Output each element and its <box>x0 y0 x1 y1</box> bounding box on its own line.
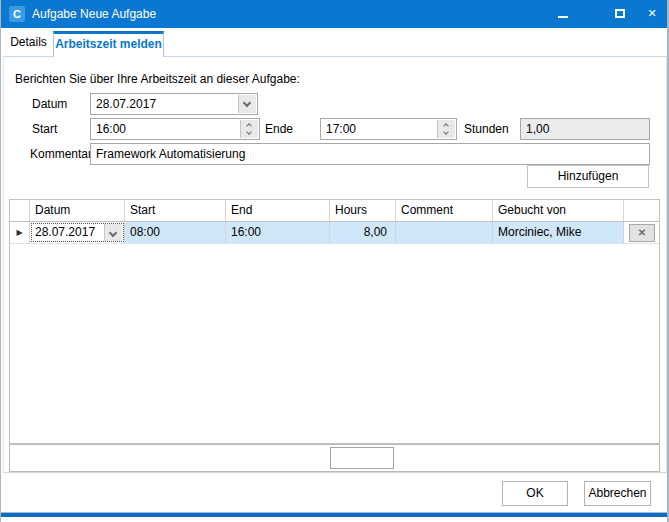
app-icon: C <box>9 6 25 22</box>
datum-label: Datum <box>32 97 67 111</box>
column-header-datum[interactable]: Datum <box>30 200 125 221</box>
window-bottom-border <box>1 513 667 517</box>
spinner-up-icon <box>443 123 449 129</box>
datum-combobox[interactable]: 28.07.2017 <box>90 93 258 115</box>
row-marker-icon: ▶ <box>16 228 22 237</box>
header-indicator <box>10 200 30 221</box>
datum-value: 28.07.2017 <box>96 97 156 111</box>
column-header-end[interactable]: End <box>226 200 330 221</box>
stunden-field: 1,00 <box>520 118 650 140</box>
grid-header-row: Datum Start End Hours Comment Gebucht vo… <box>10 200 659 222</box>
cell-datum-value: 28.07.2017 <box>35 225 95 239</box>
maximize-icon <box>615 9 625 18</box>
maximize-button[interactable] <box>606 0 634 28</box>
ende-spinedit[interactable]: 17:00 <box>320 118 457 140</box>
datum-dropdown-button[interactable] <box>238 95 256 113</box>
chevron-down-icon <box>109 229 117 237</box>
delete-row-button[interactable]: ✕ <box>629 224 655 242</box>
close-button[interactable]: ✕ <box>638 0 666 28</box>
minimize-button[interactable] <box>549 0 577 28</box>
titlebar[interactable]: C Aufgabe Neue Aufgabe ✕ <box>1 0 667 28</box>
start-spinner-buttons[interactable] <box>240 120 258 138</box>
cell-datum-editor[interactable]: 28.07.2017 <box>30 222 125 243</box>
ende-spinner-buttons[interactable] <box>437 120 455 138</box>
close-icon: ✕ <box>647 7 656 19</box>
stunden-label: Stunden <box>464 122 509 136</box>
tab-details[interactable]: Details <box>5 31 52 55</box>
start-label: Start <box>32 122 57 136</box>
column-header-comment[interactable]: Comment <box>396 200 493 221</box>
tab-arbeitszeit-melden[interactable]: Arbeitszeit melden <box>53 31 164 57</box>
start-spinedit[interactable]: 16:00 <box>90 118 260 140</box>
column-header-actions <box>624 200 659 221</box>
chevron-down-icon <box>243 99 251 107</box>
start-value: 16:00 <box>96 122 126 136</box>
ende-value: 17:00 <box>326 122 356 136</box>
cancel-button[interactable]: Abbrechen <box>584 481 651 506</box>
column-header-start[interactable]: Start <box>125 200 226 221</box>
kommentar-label: Kommentar <box>30 147 92 161</box>
cell-hours[interactable]: 8,00 <box>330 222 396 243</box>
footer-empty-box <box>330 447 394 469</box>
cell-gebucht-von[interactable]: Morciniec, Mike <box>493 222 624 243</box>
instruction-text: Berichten Sie über Ihre Arbeitszeit an d… <box>15 72 300 86</box>
minimize-icon <box>558 16 568 18</box>
column-header-hours[interactable]: Hours <box>330 200 396 221</box>
hinzufuegen-button[interactable]: Hinzufügen <box>527 165 649 188</box>
delete-icon: ✕ <box>638 227 646 238</box>
cell-comment[interactable] <box>396 222 493 243</box>
table-row[interactable]: ▶ 28.07.2017 08:00 16:00 8,00 Morciniec,… <box>10 222 659 244</box>
spinner-down-icon <box>443 129 449 135</box>
dialog-window: C Aufgabe Neue Aufgabe ✕ Details Arbeits… <box>0 0 669 522</box>
cell-datum-dropdown-button[interactable] <box>104 224 122 241</box>
window-title: Aufgabe Neue Aufgabe <box>32 0 156 28</box>
grid-footer-strip <box>9 444 660 472</box>
cell-start[interactable]: 08:00 <box>125 222 226 243</box>
spinner-up-icon <box>246 123 252 129</box>
kommentar-value: Framework Automatisierung <box>96 147 245 161</box>
tab-page-content: Berichten Sie über Ihre Arbeitszeit an d… <box>3 56 667 473</box>
ok-button[interactable]: OK <box>502 481 568 506</box>
spinner-down-icon <box>246 129 252 135</box>
cell-actions: ✕ <box>624 222 659 243</box>
kommentar-input[interactable]: Framework Automatisierung <box>90 143 650 165</box>
cell-end[interactable]: 16:00 <box>226 222 330 243</box>
stunden-value: 1,00 <box>526 122 549 136</box>
worklog-grid: Datum Start End Hours Comment Gebucht vo… <box>9 199 660 444</box>
row-indicator-cell: ▶ <box>10 222 30 243</box>
column-header-gebucht-von[interactable]: Gebucht von <box>493 200 624 221</box>
ende-label: Ende <box>265 122 293 136</box>
